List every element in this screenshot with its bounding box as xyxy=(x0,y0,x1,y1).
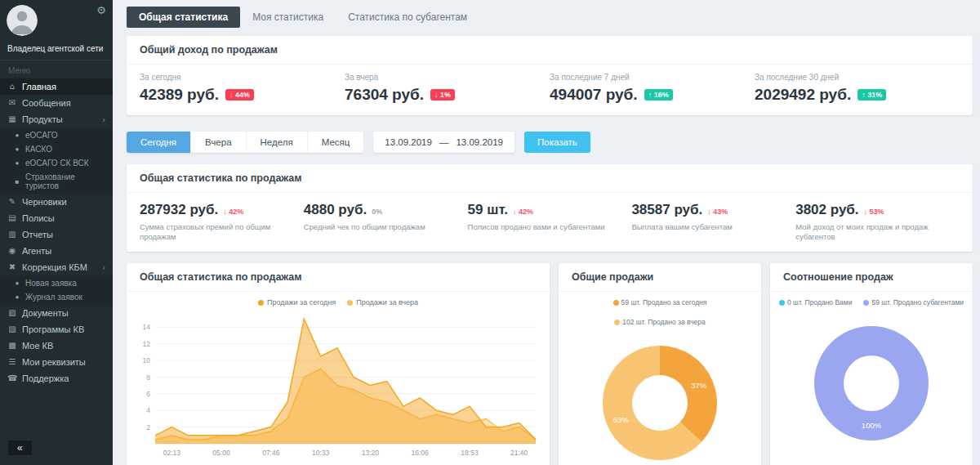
legend-item[interactable]: Продажи за вчера xyxy=(347,298,418,306)
support-icon: ☎ xyxy=(7,373,17,383)
income-stat-value: 2029492 руб.↑ 31% xyxy=(755,86,960,104)
sales-stat: 3802 руб.↓ 53%Мой доход от моих продаж и… xyxy=(795,202,960,242)
tab-3[interactable]: Статистика по субагентам xyxy=(336,7,479,28)
date-from-input[interactable]: 13.09.2019 xyxy=(385,137,432,147)
sidebar-item-label: Сообщения xyxy=(22,98,71,108)
settings-gear-icon[interactable]: ⚙ xyxy=(96,4,106,16)
tab-2[interactable]: Моя статистика xyxy=(240,7,336,28)
svg-text:4: 4 xyxy=(146,406,150,414)
period-button-3[interactable]: Неделя xyxy=(247,132,308,153)
my-kv-icon: ▩ xyxy=(7,341,17,351)
income-stat-amount: 2029492 руб. xyxy=(755,86,851,104)
sidebar-subitem-label: Журнал заявок xyxy=(25,293,82,302)
chevron-right-icon: › xyxy=(102,262,105,272)
sidebar-subitem-label: Страхование туристов xyxy=(25,172,105,190)
sidebar-subitem-novaya-zayavka[interactable]: ●Новая заявка xyxy=(0,276,113,290)
sidebar-item-moi-rekvizity[interactable]: ☰Мои реквизиты xyxy=(0,354,113,370)
sales-stat: 38587 руб.↓ 43%Выплата вашим субагентам xyxy=(631,202,795,242)
svg-text:8: 8 xyxy=(146,373,150,382)
car-icon: ● xyxy=(13,131,21,140)
legend-label: 0 шт. Продано Вами xyxy=(787,298,852,306)
legend-label: Продажи за сегодня xyxy=(267,298,336,306)
income-stat-label: За последние 30 дней xyxy=(755,73,960,82)
new-request-icon: ● xyxy=(13,279,21,288)
delta-badge: ↑ 16% xyxy=(644,89,673,101)
sidebar-subitem-label: Новая заявка xyxy=(25,279,77,288)
sales-stat: 59 шт.↓ 42%Полисов продано вами и субаге… xyxy=(468,202,632,242)
sidebar-item-podderzhka[interactable]: ☎Поддержка xyxy=(0,370,113,387)
sidebar-subitem-kasko[interactable]: ●КАСКО xyxy=(0,142,113,156)
sales-stat: 4880 руб.0%Средний чек по общим продажам xyxy=(304,202,468,242)
user-avatar[interactable] xyxy=(7,5,38,36)
sidebar-item-label: Коррекция КБМ xyxy=(22,262,87,272)
legend-item[interactable]: Продажи за сегодня xyxy=(258,298,336,306)
legend-label: 59 шт. Продано субагентами xyxy=(871,298,964,306)
legend-item[interactable]: 102 шт. Продано за вчера xyxy=(614,318,706,326)
sidebar-item-programmy-kv[interactable]: ▨Программы КВ xyxy=(0,321,113,338)
total-sales-donut-chart: 37%63% xyxy=(559,328,761,465)
legend-dot-icon xyxy=(614,320,620,325)
sidebar-item-polisy[interactable]: ▤Полисы xyxy=(0,210,113,226)
sidebar-collapse-button[interactable]: « xyxy=(8,440,32,455)
car-icon: ● xyxy=(13,145,21,154)
sidebar-item-label: Агенты xyxy=(22,246,51,256)
svg-text:07:46: 07:46 xyxy=(262,449,280,457)
sidebar-item-produkty[interactable]: ▦Продукты› xyxy=(0,111,113,127)
top-tabs: Общая статистикаМоя статистикаСтатистика… xyxy=(127,7,973,28)
sidebar-subitem-strahovanie-turistov[interactable]: ■Страхование туристов xyxy=(0,170,113,193)
sidebar-subitem-eosago[interactable]: ●еОСАГО xyxy=(0,128,113,142)
sidebar-subitem-eosago-sk-vsk[interactable]: ●еОСАГО СК ВСК xyxy=(0,156,113,170)
date-to-input[interactable]: 13.09.2019 xyxy=(456,137,503,147)
sidebar-item-soobshcheniya[interactable]: ✉Сообщения xyxy=(0,95,113,111)
programs-icon: ▨ xyxy=(7,324,17,334)
sidebar-subitem-label: КАСКО xyxy=(25,145,52,154)
legend-dot-icon xyxy=(863,300,869,306)
sales-stat-value: 4880 руб. xyxy=(304,202,367,218)
charts-row: Общая статистика по продажам Продажи за … xyxy=(127,263,973,465)
sidebar-subitem-zhurnal-zayavok[interactable]: ●Журнал заявок xyxy=(0,290,113,304)
sidebar-menu: ⌂Главная✉Сообщения▦Продукты›●еОСАГО●КАСК… xyxy=(0,78,113,387)
sales-stat-caption: Полисов продано вами и субагентами xyxy=(468,222,624,232)
sales-stat-value: 287932 руб. xyxy=(140,202,218,218)
period-button-1[interactable]: Сегодня xyxy=(127,132,191,153)
sidebar-item-label: Черновики xyxy=(22,197,67,207)
legend-item[interactable]: 59 шт. Продано за сегодня xyxy=(613,298,707,306)
sidebar-item-korrekciya-kbm[interactable]: ✖Коррекция КБМ› xyxy=(0,259,113,275)
sidebar-item-otchety[interactable]: ▥Отчеты xyxy=(0,226,113,243)
sales-stat-delta: ↓ 53% xyxy=(864,208,884,216)
date-range-picker[interactable]: 13.09.2019 — 13.09.2019 xyxy=(373,132,514,153)
sidebar-item-glavnaya[interactable]: ⌂Главная xyxy=(0,78,113,95)
svg-text:100%: 100% xyxy=(862,421,882,430)
sidebar-item-moe-kv[interactable]: ▩Мое КВ xyxy=(0,338,113,354)
svg-text:05:00: 05:00 xyxy=(212,449,230,457)
legend-item[interactable]: 59 шт. Продано субагентами xyxy=(863,298,964,306)
sidebar-item-agenty[interactable]: ◉Агенты xyxy=(0,243,113,259)
period-button-2[interactable]: Вчера xyxy=(191,132,246,153)
sidebar-item-label: Полисы xyxy=(22,213,55,223)
income-card-title: Общий доход по продажам xyxy=(127,36,973,65)
sales-stat-caption: Мой доход от моих продаж и продаж субаге… xyxy=(795,222,951,242)
sales-ratio-donut-card: Соотношение продаж 0 шт. Продано Вами59 … xyxy=(770,263,973,465)
sales-stat-caption: Средний чек по общим продажам xyxy=(304,222,460,232)
svg-text:02:13: 02:13 xyxy=(163,449,181,457)
svg-text:2: 2 xyxy=(146,423,150,431)
income-stat-value: 494007 руб.↑ 16% xyxy=(550,86,755,104)
tab-1[interactable]: Общая статистика xyxy=(127,7,240,28)
income-stat-amount: 494007 руб. xyxy=(550,86,638,104)
area-chart-legend: Продажи за сегодняПродажи за вчера xyxy=(127,292,550,308)
income-stat-label: За вчера xyxy=(345,73,550,82)
period-button-4[interactable]: Месяц xyxy=(308,132,364,153)
sidebar-item-label: Главная xyxy=(22,82,56,92)
svg-text:63%: 63% xyxy=(613,415,630,424)
reports-icon: ▥ xyxy=(7,230,17,239)
legend-item[interactable]: 0 шт. Продано Вами xyxy=(779,298,852,306)
income-stat-label: За последние 7 дней xyxy=(550,73,755,82)
sidebar-item-dokumenty[interactable]: ▧Документы xyxy=(0,305,113,321)
policies-icon: ▤ xyxy=(7,213,17,223)
show-button[interactable]: Показать xyxy=(524,132,590,153)
sales-card-title: Общая статистика по продажам xyxy=(127,164,973,193)
sidebar-item-chernoviki[interactable]: ✎Черновики xyxy=(0,194,113,210)
income-stat-value: 42389 руб.↓ 44% xyxy=(140,86,345,104)
income-stat-value: 76304 руб.↓ 1% xyxy=(345,86,550,104)
sales-stat-value: 3802 руб. xyxy=(795,202,858,218)
